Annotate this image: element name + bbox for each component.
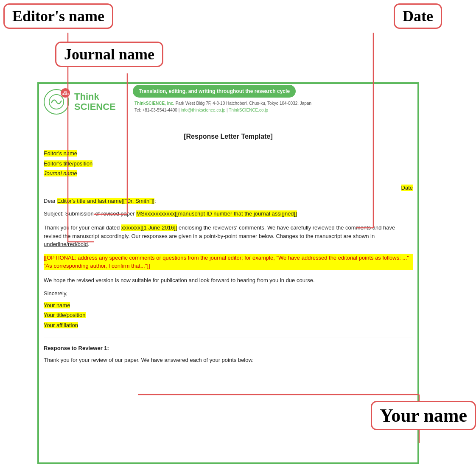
your-name-field: Your name <box>44 302 70 308</box>
editor-name-field: Editor's name <box>44 150 77 157</box>
ts-logo-circle: 10 YEARS <box>44 89 69 115</box>
body1-date: xxxxxxx[[1 June 2016]] <box>121 224 177 231</box>
response-section: Response to Reviewer 1: Thank you for yo… <box>44 338 413 364</box>
ts-tagline: Translation, editing, and writing throug… <box>133 85 296 98</box>
optional-block: [[OPTIONAL: address any specific comment… <box>44 254 413 270</box>
response-body: Thank you for your review of our paper. … <box>44 356 413 364</box>
editor-title-field-block: Editor's title/position <box>44 160 413 168</box>
letter-body: [Response Letter Template] Editor's name… <box>39 127 417 372</box>
journal-name-label: Journal name <box>55 42 163 67</box>
journal-name-field: Journal name <box>44 170 77 176</box>
dear-field: Editor's title and last name[["Dr. Smith… <box>57 198 154 204</box>
response-heading: Response to Reviewer 1: <box>44 344 413 353</box>
your-affiliation-field: Your affiliation <box>44 322 78 328</box>
date-field: Date <box>401 185 413 191</box>
your-affiliation-field-block: Your affiliation <box>44 321 413 330</box>
editor-title-field: Editor's title/position <box>44 160 92 167</box>
editors-name-label: Editor's name <box>3 3 113 29</box>
ts-right: Translation, editing, and writing throug… <box>133 85 417 119</box>
date-label: Date <box>394 3 442 29</box>
document-container: 10 YEARS Think SCIENCE Translation, edit… <box>39 85 417 372</box>
your-name-field-block: Your name <box>44 301 413 310</box>
your-title-field: Your title/position <box>44 312 86 318</box>
body-paragraph-2: We hope the revised version is now suita… <box>44 276 413 285</box>
editor-name-field-block: Editor's name <box>44 149 413 158</box>
ts-contact: ThinkSCIENCE, Inc. Park West Bldg 7F, 4-… <box>133 100 417 114</box>
letter-title: [Response Letter Template] <box>44 132 413 142</box>
date-field-block: Date <box>44 184 413 192</box>
dear-line: Dear Editor's title and last name[["Dr. … <box>44 197 413 205</box>
body1-underline: underline/red/bold <box>44 241 88 247</box>
ts-logo-area: 10 YEARS Think SCIENCE <box>39 85 133 119</box>
subject-line: Subject: Submission of revised paper MSx… <box>44 210 413 218</box>
ts-badge: 10 YEARS <box>61 88 70 98</box>
your-name-label: Your name <box>371 401 476 430</box>
subject-field: MSxxxxxxxxxxx[[manuscript ID number that… <box>136 210 297 217</box>
body-paragraph-1: Thank you for your email dated xxxxxxx[[… <box>44 224 413 249</box>
sincerely: Sincerely, <box>44 289 413 298</box>
ts-brand-text: Think SCIENCE <box>74 92 116 112</box>
thinkscience-header: 10 YEARS Think SCIENCE Translation, edit… <box>39 85 417 119</box>
journal-name-field-block: Journal name <box>44 169 413 178</box>
your-title-field-block: Your title/position <box>44 311 413 319</box>
